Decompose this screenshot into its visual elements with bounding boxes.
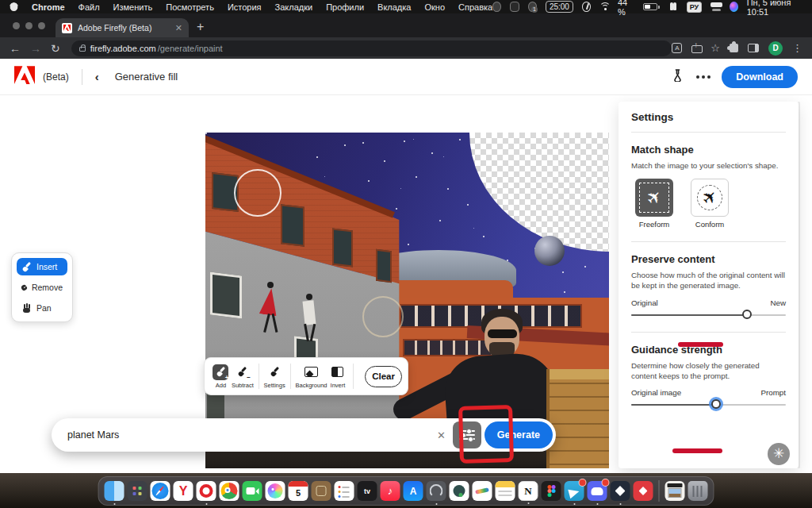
menu-app-name[interactable]: Chrome — [32, 2, 65, 12]
dock-icon-trash[interactable] — [688, 481, 708, 501]
dock-icon-menu-bar-app[interactable] — [450, 481, 469, 501]
tool-palette: Insert Remove Pan — [11, 252, 73, 322]
dock-icon-apple-tv[interactable]: tv — [358, 481, 377, 501]
flash-status-icon[interactable] — [582, 2, 591, 12]
translate-icon[interactable]: A — [672, 43, 682, 53]
more-options-icon[interactable] — [696, 75, 699, 79]
back-button[interactable]: ← — [10, 42, 21, 55]
side-panel-icon[interactable] — [748, 44, 759, 52]
building-window — [281, 204, 304, 247]
new-tab-button[interactable]: + — [197, 21, 204, 33]
battery-icon[interactable] — [643, 3, 660, 10]
back-chevron[interactable]: ‹ — [95, 70, 99, 83]
dock-icon-notion[interactable]: N — [519, 481, 538, 501]
menu-window[interactable]: Окно — [424, 2, 445, 12]
wall-window — [210, 272, 242, 319]
freeform-option[interactable]: ✈ Freeform — [631, 179, 677, 229]
window-zoom-button[interactable] — [38, 22, 45, 29]
dock-icon-calendar[interactable]: 5 — [289, 481, 308, 501]
beta-flask-icon[interactable] — [672, 69, 684, 85]
screen-mirroring-icon[interactable] — [710, 2, 721, 11]
browser-tab[interactable]: Adobe Firefly (Beta) ✕ — [56, 18, 189, 37]
background-button[interactable]: Background — [295, 364, 327, 389]
brush-settings-button[interactable]: Settings — [264, 364, 285, 389]
timer-widget[interactable]: 25:00 — [546, 1, 573, 13]
guidance-slider-handle[interactable] — [711, 399, 721, 409]
preserve-content-slider[interactable] — [631, 314, 786, 316]
tab-close-icon[interactable]: ✕ — [175, 23, 182, 33]
reload-button[interactable]: ↻ — [51, 42, 60, 55]
dock-icon-books[interactable] — [312, 481, 331, 501]
clear-button[interactable]: Clear — [365, 366, 402, 387]
chrome-menu-icon[interactable]: ⋮ — [792, 42, 802, 54]
dock-icon-freeform[interactable] — [473, 481, 492, 501]
menu-profiles[interactable]: Профили — [326, 2, 364, 12]
profile-avatar[interactable]: D — [768, 41, 783, 56]
invert-button[interactable]: Invert — [327, 364, 348, 389]
menu-view[interactable]: Посмотреть — [166, 2, 214, 12]
status-app-icon-1[interactable] — [492, 2, 501, 12]
download-button[interactable]: Download — [722, 66, 798, 88]
dock-icon-reminders[interactable] — [335, 481, 354, 501]
dock-icon-facetime[interactable] — [243, 481, 262, 501]
bookmark-star-icon[interactable]: ☆ — [710, 42, 720, 54]
add-brush-button[interactable]: + Add — [210, 364, 232, 389]
guidance-strength-slider[interactable] — [631, 404, 786, 406]
dock-icon-dev-tool[interactable] — [611, 481, 630, 501]
share-icon[interactable] — [691, 43, 701, 53]
insert-label: Insert — [36, 262, 57, 271]
status-app-icon-2[interactable] — [510, 2, 519, 12]
window-close-button[interactable] — [13, 22, 20, 29]
adobe-logo[interactable] — [14, 66, 35, 87]
dock-icon-figma[interactable] — [542, 481, 561, 501]
wifi-icon[interactable] — [599, 2, 609, 11]
apple-menu-icon[interactable] — [10, 2, 18, 11]
selection-toolbar: + Add − Subtract Settings Background Inv… — [204, 357, 408, 395]
dock-icon-downloads[interactable] — [665, 481, 685, 501]
dock-icon-notes[interactable] — [496, 481, 515, 501]
insert-tool-button[interactable]: Insert — [17, 258, 67, 275]
airpods-icon[interactable] — [668, 2, 678, 11]
desktop-strip: Y 5 tv ♪ A N — [0, 473, 812, 508]
dock-icon-finder[interactable] — [105, 481, 124, 501]
dock-icon-gauge-utility[interactable] — [427, 481, 446, 501]
dock-icon-yandex-browser[interactable]: Y — [174, 481, 193, 501]
dock-icon-red-diamond-app[interactable] — [634, 481, 653, 501]
menubar-clock[interactable]: Пн, 5 июня 10:51 — [747, 0, 804, 17]
dock-icon-chrome[interactable] — [220, 481, 239, 501]
menu-edit[interactable]: Изменить — [113, 2, 153, 12]
settings-label: Settings — [264, 382, 285, 389]
remove-tool-button[interactable]: Remove — [17, 279, 67, 296]
mural-ring — [362, 296, 404, 337]
input-language-switcher[interactable]: РУ — [687, 2, 702, 13]
pan-tool-button[interactable]: Pan — [17, 299, 67, 317]
menu-file[interactable]: Файл — [79, 2, 100, 12]
window-minimize-button[interactable] — [25, 22, 33, 29]
dock-icon-safari[interactable] — [151, 481, 170, 501]
status-app-icon-3[interactable]: 1 — [528, 2, 537, 12]
menu-bookmarks[interactable]: Закладки — [275, 2, 313, 12]
dock-icon-music[interactable]: ♪ — [381, 481, 400, 501]
dock-divider — [659, 480, 660, 502]
dock-icon-photos[interactable] — [266, 481, 285, 501]
dock-icon-telegram[interactable] — [565, 481, 584, 501]
extensions-icon[interactable] — [730, 44, 738, 52]
menu-tab[interactable]: Вкладка — [377, 2, 411, 12]
prompt-input[interactable] — [67, 429, 437, 441]
preserve-slider-handle[interactable] — [742, 310, 752, 319]
prompt-clear-icon[interactable]: ✕ — [437, 429, 446, 441]
pan-label: Pan — [36, 303, 52, 313]
dock-icon-app-store[interactable]: A — [404, 481, 423, 501]
subtract-brush-button[interactable]: − Subtract — [232, 364, 254, 389]
conform-option[interactable]: ✈ Conform — [687, 179, 733, 229]
menu-history[interactable]: История — [228, 2, 262, 12]
dock-icon-opera[interactable] — [197, 481, 216, 501]
discord-badge — [602, 479, 610, 487]
dock-icon-launchpad[interactable] — [128, 481, 147, 501]
dock-icon-discord[interactable] — [588, 481, 607, 501]
address-bar[interactable]: firefly.adobe.com/generate/inpaint — [71, 40, 672, 56]
siri-icon[interactable] — [730, 2, 738, 12]
menu-help[interactable]: Справка — [458, 2, 492, 12]
firefly-header: (Beta) ‹ Generative fill Download — [0, 59, 812, 95]
forward-button[interactable]: → — [30, 42, 41, 55]
